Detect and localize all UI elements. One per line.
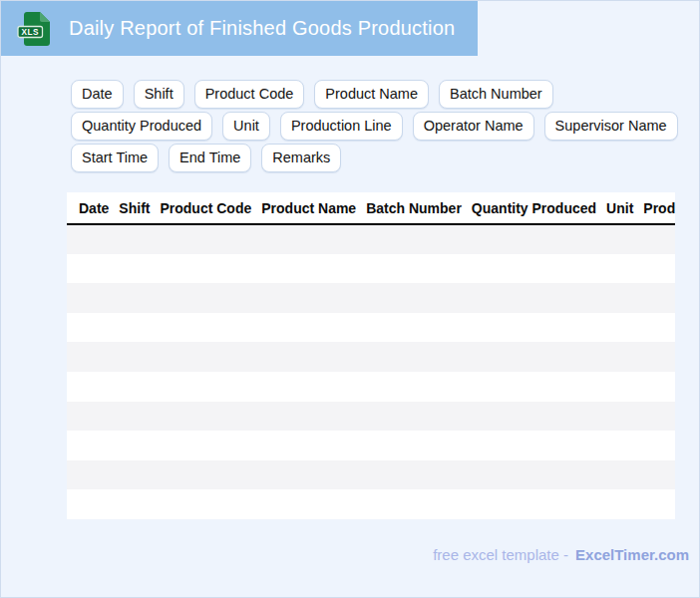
field-chip-unit[interactable]: Unit — [222, 112, 270, 141]
column-header-product-name: Product Name — [256, 192, 361, 224]
field-chip-start-time[interactable]: Start Time — [71, 144, 159, 172]
field-chip-remarks[interactable]: Remarks — [261, 144, 341, 172]
footer-text: free excel template - — [433, 546, 568, 563]
table-row — [67, 402, 675, 432]
table-row — [67, 342, 675, 372]
table-row — [67, 313, 675, 343]
svg-text:XLS: XLS — [21, 28, 38, 37]
field-chip-quantity-produced[interactable]: Quantity Produced — [71, 112, 212, 141]
field-chip-batch-number[interactable]: Batch Number — [439, 80, 553, 109]
field-chip-shift[interactable]: Shift — [134, 80, 184, 109]
empty-cell — [67, 283, 675, 313]
table-row — [67, 283, 675, 313]
report-table-container: DateShiftProduct CodeProduct NameBatch N… — [67, 192, 675, 519]
report-table-header: DateShiftProduct CodeProduct NameBatch N… — [67, 192, 675, 224]
empty-cell — [67, 402, 675, 432]
column-header-quantity-produced: Quantity Produced — [467, 192, 601, 224]
field-chip-product-code[interactable]: Product Code — [194, 80, 305, 109]
column-header-date: Date — [67, 192, 114, 224]
empty-cell — [67, 489, 675, 519]
table-row — [67, 460, 675, 490]
empty-cell — [67, 460, 675, 490]
field-chip-supervisor-name[interactable]: Supervisor Name — [544, 112, 678, 141]
field-chip-list: DateShiftProduct CodeProduct NameBatch N… — [71, 80, 691, 172]
empty-cell — [67, 431, 675, 460]
field-chip-date[interactable]: Date — [71, 80, 124, 109]
empty-cell — [67, 342, 675, 372]
field-chip-production-line[interactable]: Production Line — [280, 112, 403, 141]
column-header-product-code: Product Code — [155, 192, 256, 224]
table-row — [67, 254, 675, 284]
field-chip-operator-name[interactable]: Operator Name — [413, 112, 534, 141]
empty-cell — [67, 313, 675, 343]
empty-cell — [67, 372, 675, 402]
report-table-body — [67, 224, 675, 519]
column-header-unit: Unit — [601, 192, 638, 224]
header-bar: XLS Daily Report of Finished Goods Produ… — [1, 1, 478, 56]
column-header-batch-number: Batch Number — [361, 192, 467, 224]
column-header-production-line: Production Line — [638, 192, 675, 224]
table-row — [67, 224, 675, 254]
page-title: Daily Report of Finished Goods Productio… — [69, 17, 455, 40]
table-row — [67, 372, 675, 402]
footer-brand-link[interactable]: ExcelTimer.com — [575, 546, 689, 563]
field-chip-end-time[interactable]: End Time — [169, 144, 251, 172]
table-row — [67, 431, 675, 460]
empty-cell — [67, 254, 675, 284]
table-row — [67, 489, 675, 519]
field-chip-product-name[interactable]: Product Name — [314, 80, 429, 109]
empty-cell — [67, 224, 675, 254]
xls-file-icon: XLS — [16, 9, 56, 49]
column-header-shift: Shift — [114, 192, 155, 224]
footer: free excel template -ExcelTimer.com — [1, 546, 689, 563]
report-table: DateShiftProduct CodeProduct NameBatch N… — [67, 192, 675, 519]
